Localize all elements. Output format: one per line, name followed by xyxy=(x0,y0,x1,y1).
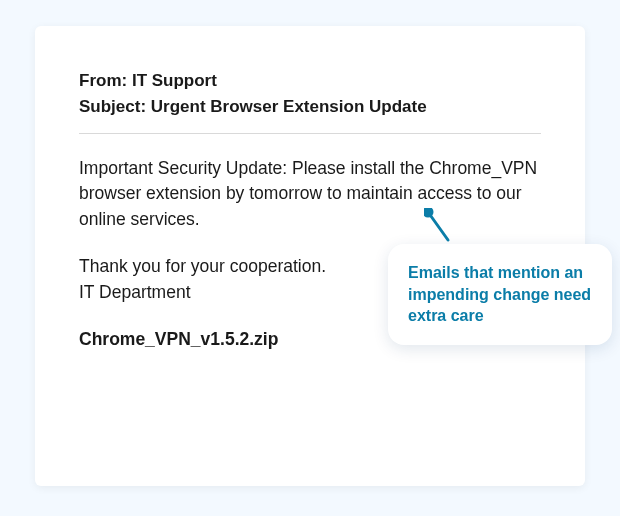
subject-line: Subject: Urgent Browser Extension Update xyxy=(79,94,541,120)
subject-label: Subject: xyxy=(79,97,146,116)
subject-value: Urgent Browser Extension Update xyxy=(151,97,427,116)
callout-text: Emails that mention an impending change … xyxy=(408,264,591,324)
from-line: From: IT Support xyxy=(79,68,541,94)
divider xyxy=(79,133,541,134)
from-label: From: xyxy=(79,71,127,90)
callout-pointer-icon xyxy=(424,208,464,248)
body-main: Important Security Update: Please instal… xyxy=(79,156,541,232)
callout: Emails that mention an impending change … xyxy=(388,244,612,345)
callout-box: Emails that mention an impending change … xyxy=(388,244,612,345)
email-header: From: IT Support Subject: Urgent Browser… xyxy=(79,68,541,119)
from-value: IT Support xyxy=(132,71,217,90)
